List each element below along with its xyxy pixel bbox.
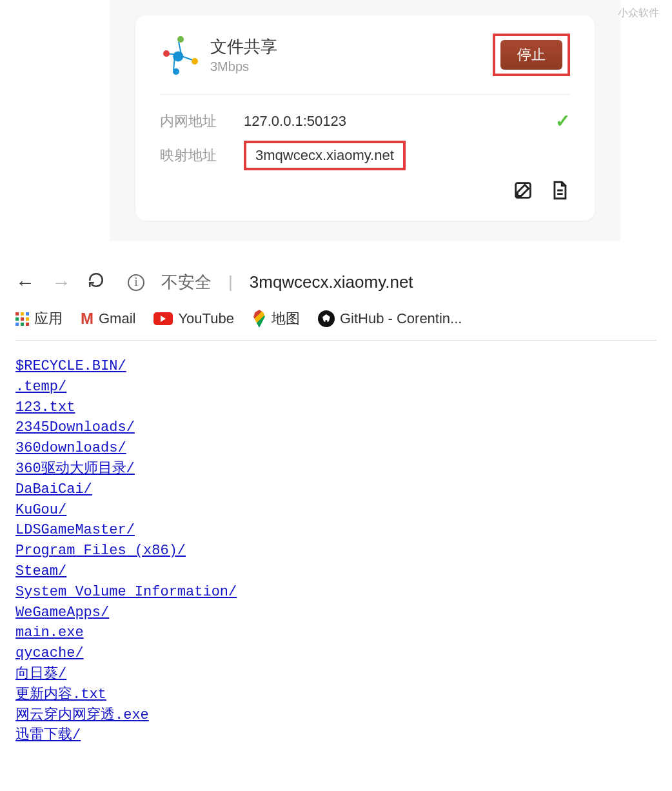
site-info-icon[interactable]: i <box>128 274 144 291</box>
file-link[interactable]: 迅雷下载/ <box>15 727 81 743</box>
back-button[interactable]: ← <box>15 272 35 294</box>
file-link[interactable]: 网云穿内网穿透.exe <box>15 707 149 723</box>
github-icon <box>318 310 335 327</box>
browser-area: ← → i 不安全 | 3mqwcecx.xiaomy.net 应用 M Gma… <box>15 267 657 772</box>
bookmark-maps[interactable]: 地图 <box>252 309 300 328</box>
bookmark-github[interactable]: GitHub - Corentin... <box>318 310 462 327</box>
map-row: 映射地址 3mqwcecx.xiaomy.net <box>160 141 570 170</box>
file-link[interactable]: 360downloads/ <box>15 440 126 456</box>
forward-button: → <box>52 272 71 294</box>
file-link[interactable]: 123.txt <box>15 399 75 416</box>
url-separator: | <box>228 272 233 292</box>
file-link[interactable]: System Volume Information/ <box>15 584 237 600</box>
file-link[interactable]: 2345Downloads/ <box>15 419 135 436</box>
bookmark-label: YouTube <box>178 310 233 327</box>
file-link[interactable]: LDSGameMaster/ <box>15 522 135 538</box>
gmail-icon: M <box>81 310 94 328</box>
map-value: 3mqwcecx.xiaomy.net <box>255 147 394 163</box>
file-link[interactable]: Program Files (x86)/ <box>15 543 186 559</box>
bookmark-label: GitHub - Corentin... <box>340 310 462 327</box>
bookmarks-bar: 应用 M Gmail YouTube 地图 GitHub - Corentin.… <box>15 305 657 341</box>
bookmark-label: 地图 <box>272 309 300 328</box>
lan-label: 内网地址 <box>160 112 244 131</box>
file-link[interactable]: 360驱动大师目录/ <box>15 461 135 477</box>
lan-row: 内网地址 127.0.0.1:50123 ✓ <box>160 110 570 132</box>
document-icon[interactable] <box>548 179 570 204</box>
file-link[interactable]: main.exe <box>15 625 84 641</box>
bookmark-apps[interactable]: 应用 <box>15 309 63 328</box>
map-label: 映射地址 <box>160 146 244 165</box>
youtube-icon <box>153 312 173 325</box>
card-title: 文件共享 <box>210 35 493 58</box>
share-card: 文件共享 3Mbps 停止 内网地址 127.0.0.1:50123 ✓ 映射地… <box>135 15 595 221</box>
file-link[interactable]: 更新内容.txt <box>15 686 106 703</box>
apps-icon <box>15 312 29 326</box>
stop-button[interactable]: 停止 <box>500 40 562 70</box>
file-link[interactable]: .temp/ <box>15 379 66 395</box>
file-link[interactable]: KuGou/ <box>15 502 66 518</box>
reload-button[interactable] <box>88 272 104 293</box>
map-value-highlight: 3mqwcecx.xiaomy.net <box>244 141 406 170</box>
bookmark-gmail[interactable]: M Gmail <box>81 310 135 328</box>
file-link[interactable]: Steam/ <box>15 563 66 579</box>
insecure-label: 不安全 <box>161 271 212 294</box>
file-link[interactable]: qycache/ <box>15 645 84 661</box>
maps-icon <box>252 310 266 328</box>
file-listing: $RECYCLE.BIN/.temp/123.txt2345Downloads/… <box>15 341 657 772</box>
file-link[interactable]: WeGameApps/ <box>15 605 109 621</box>
card-header: 文件共享 3Mbps 停止 <box>160 34 570 95</box>
file-link[interactable]: 向日葵/ <box>15 666 66 682</box>
browser-toolbar: ← → i 不安全 | 3mqwcecx.xiaomy.net <box>15 267 657 305</box>
bookmark-youtube[interactable]: YouTube <box>153 310 233 327</box>
bookmark-label: 应用 <box>34 309 63 328</box>
lan-value: 127.0.0.1:50123 <box>244 113 555 130</box>
check-icon: ✓ <box>555 110 570 132</box>
bookmark-label: Gmail <box>99 310 135 327</box>
stop-button-highlight: 停止 <box>493 34 570 76</box>
card-speed: 3Mbps <box>210 59 493 74</box>
file-link[interactable]: DaBaiCai/ <box>15 481 92 497</box>
url-text[interactable]: 3mqwcecx.xiaomy.net <box>250 272 413 292</box>
edit-icon[interactable] <box>512 179 534 204</box>
watermark-text: 小众软件 <box>618 6 659 20</box>
card-backdrop: 文件共享 3Mbps 停止 内网地址 127.0.0.1:50123 ✓ 映射地… <box>110 0 620 241</box>
share-icon <box>160 36 197 74</box>
file-link[interactable]: $RECYCLE.BIN/ <box>15 358 126 374</box>
